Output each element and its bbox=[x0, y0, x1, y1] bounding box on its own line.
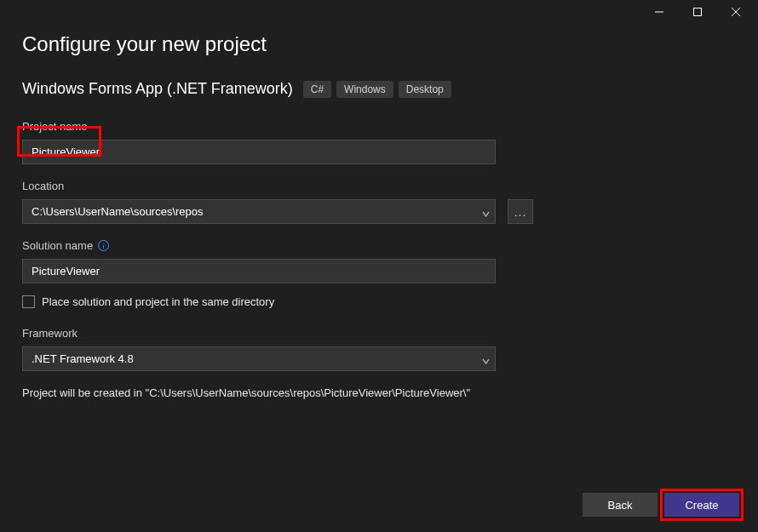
same-directory-label: Place solution and project in the same d… bbox=[42, 295, 274, 308]
page-title: Configure your new project bbox=[22, 32, 736, 56]
svg-rect-1 bbox=[693, 9, 701, 16]
titlebar bbox=[0, 0, 758, 24]
framework-label: Framework bbox=[22, 327, 736, 340]
location-label: Location bbox=[22, 180, 736, 192]
solution-name-label-text: Solution name bbox=[22, 239, 93, 252]
framework-field: Framework .NET Framework 4.8 bbox=[22, 327, 736, 371]
same-directory-row[interactable]: Place solution and project in the same d… bbox=[22, 295, 736, 308]
solution-name-input[interactable] bbox=[22, 259, 496, 283]
location-value: C:\Users\UserName\sources\repos bbox=[32, 205, 204, 218]
minimize-button[interactable] bbox=[640, 0, 678, 24]
tag-csharp: C# bbox=[303, 81, 331, 98]
template-header: Windows Forms App (.NET Framework) C# Wi… bbox=[22, 80, 736, 98]
project-name-field: Project name bbox=[22, 120, 736, 164]
browse-button[interactable]: ... bbox=[508, 199, 533, 224]
maximize-icon bbox=[693, 8, 702, 16]
tag-windows: Windows bbox=[336, 81, 393, 98]
chevron-down-icon bbox=[482, 355, 490, 363]
project-path-status: Project will be created in "C:\Users\Use… bbox=[22, 386, 736, 399]
location-field: Location C:\Users\UserName\sources\repos… bbox=[22, 180, 736, 224]
footer-buttons: Back Create bbox=[583, 493, 739, 517]
close-button[interactable] bbox=[716, 0, 755, 24]
location-select[interactable]: C:\Users\UserName\sources\repos bbox=[22, 199, 496, 224]
create-button[interactable]: Create bbox=[664, 493, 739, 517]
project-name-label: Project name bbox=[22, 120, 736, 133]
close-icon bbox=[732, 8, 740, 16]
content-area: Configure your new project Windows Forms… bbox=[0, 24, 758, 399]
framework-select[interactable]: .NET Framework 4.8 bbox=[22, 346, 496, 371]
chevron-down-icon bbox=[482, 208, 490, 215]
minimize-icon bbox=[655, 8, 663, 16]
maximize-button[interactable] bbox=[678, 0, 716, 24]
project-name-input[interactable] bbox=[22, 140, 496, 164]
back-button[interactable]: Back bbox=[583, 493, 658, 517]
tags-container: C# Windows Desktop bbox=[303, 81, 451, 98]
solution-name-label: Solution name i bbox=[22, 239, 736, 252]
template-name: Windows Forms App (.NET Framework) bbox=[22, 80, 293, 98]
same-directory-checkbox[interactable] bbox=[22, 295, 35, 308]
framework-value: .NET Framework 4.8 bbox=[32, 352, 134, 365]
solution-name-field: Solution name i bbox=[22, 239, 736, 283]
info-icon[interactable]: i bbox=[98, 240, 109, 251]
tag-desktop: Desktop bbox=[399, 81, 451, 98]
